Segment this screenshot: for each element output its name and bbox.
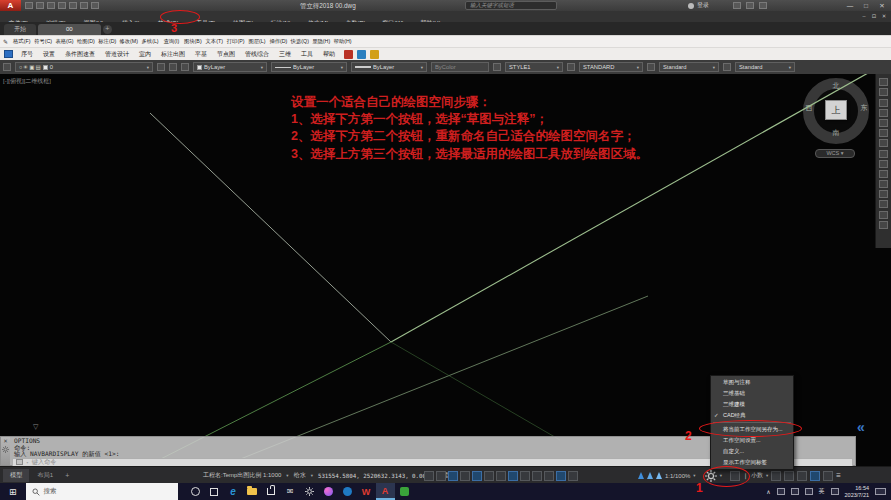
paint3d-icon[interactable] (319, 483, 338, 500)
autocad-taskbar-icon[interactable]: A (376, 483, 395, 500)
lineweight-dropdown[interactable]: ByLayer ▾ (351, 62, 427, 72)
taskbar-clock[interactable]: 16:54 2023/7/21 (845, 485, 869, 498)
new-drawing-button[interactable]: + (103, 25, 112, 34)
settings-gear-icon[interactable] (300, 483, 319, 500)
tab-start[interactable]: 开始 (4, 24, 36, 35)
pmenu-block[interactable]: 图块(B) (182, 38, 203, 45)
annotation-monitor-icon[interactable] (730, 471, 740, 481)
viewport-controls[interactable]: [-][俯视][二维线框] (3, 77, 51, 86)
maximize-button[interactable]: □ (858, 0, 874, 11)
model-tab[interactable]: 模型 (3, 469, 29, 482)
isolate-objects-icon[interactable] (797, 471, 807, 481)
menu-item-customize[interactable]: 自定义... (711, 446, 793, 457)
app-blue-icon[interactable] (338, 483, 357, 500)
otrack-icon[interactable] (520, 471, 530, 481)
menu-item-show-workspace-label[interactable]: 显示工作空间标签 (711, 457, 793, 468)
tool-serial[interactable]: 序号 (16, 50, 38, 59)
tool-3d[interactable]: 三维 (274, 50, 296, 59)
tool-settings[interactable]: 设置 (38, 50, 60, 59)
plot-icon[interactable] (69, 2, 77, 9)
tray-icon-1[interactable] (777, 488, 785, 495)
mail-icon[interactable]: ✉ (281, 483, 300, 500)
tool-icon-7[interactable] (879, 139, 888, 147)
menu-item-workspace-settings[interactable]: 工作空间设置... (711, 435, 793, 446)
pmenu-quickselect[interactable]: 快选(Q) (289, 38, 310, 45)
mleader-style-icon[interactable] (723, 63, 731, 71)
grid-icon[interactable] (436, 471, 446, 481)
workspace-gear-icon[interactable] (705, 470, 717, 482)
palette-icon[interactable] (357, 50, 366, 59)
ortho-icon[interactable] (472, 471, 482, 481)
tool-icon-6[interactable] (879, 129, 888, 137)
polar-icon[interactable] (484, 471, 494, 481)
scale-dropdown[interactable]: 1:1/100% (665, 473, 690, 479)
lock-ui-icon[interactable] (784, 471, 794, 481)
isodraft-icon[interactable] (496, 471, 506, 481)
tool-condition-map[interactable]: 条件图速查 (60, 50, 100, 59)
redo-icon[interactable] (91, 2, 99, 9)
command-close-icon[interactable]: ✕ (3, 438, 8, 444)
lamp-icon[interactable] (370, 50, 379, 59)
model-paper-icon[interactable] (424, 471, 434, 481)
annotation-visibility-icon[interactable] (638, 472, 644, 479)
pmenu-format[interactable]: 格式(F) (11, 38, 32, 45)
cloud-icon[interactable] (746, 2, 754, 9)
doc-minimize-button[interactable]: – (859, 11, 869, 22)
layout1-tab[interactable]: 布局1 (30, 469, 60, 482)
wps-icon[interactable]: W (357, 483, 376, 500)
linetype-dropdown[interactable]: ByLayer ▾ (271, 62, 347, 72)
tool-node-diagram[interactable]: 节点图 (212, 50, 240, 59)
help-icon[interactable] (759, 2, 767, 9)
doc-close-button[interactable]: ✕ (879, 11, 889, 22)
pmenu-help[interactable]: 帮助(H) (332, 38, 353, 45)
tool-icon-15[interactable] (879, 221, 888, 229)
doc-restore-button[interactable]: ⊡ (869, 11, 879, 22)
saveas-icon[interactable] (58, 2, 66, 9)
recent-commands-icon[interactable] (16, 459, 23, 465)
palette-collapse-icon[interactable]: « (857, 419, 863, 435)
exchange-icon[interactable] (733, 2, 741, 9)
task-view-icon[interactable] (205, 483, 224, 500)
viewcube-east[interactable]: 东 (858, 103, 870, 113)
tray-icon-2[interactable] (791, 488, 799, 495)
layer-dropdown[interactable]: ○ ☀ ▣ ▤ 0 ▾ (15, 62, 153, 72)
wcs-dropdown[interactable]: WCS ▾ (815, 149, 855, 158)
zoom-extents-icon[interactable] (879, 99, 888, 107)
command-customize-icon[interactable] (2, 446, 9, 453)
dim-style-dropdown[interactable]: STANDARD ▾ (579, 62, 643, 72)
viewcube-south[interactable]: 南 (830, 128, 842, 138)
undo-icon[interactable] (80, 2, 88, 9)
minimize-button[interactable]: — (842, 0, 858, 11)
fullnav-wheel-icon[interactable] (879, 78, 888, 86)
tool-annotate-output[interactable]: 标注出图 (156, 50, 190, 59)
discipline-dropdown[interactable]: 给水 (294, 471, 306, 480)
table-style-dropdown[interactable]: Standard ▾ (659, 62, 719, 72)
file-explorer-icon[interactable] (243, 483, 262, 500)
tab-drawing-00[interactable]: 00 (38, 24, 101, 35)
pmenu-mline[interactable]: 多线(L) (139, 38, 160, 45)
menu-item-cad-classic[interactable]: ✓ CAD经典 (711, 410, 793, 421)
clean-screen-icon[interactable] (823, 471, 833, 481)
tool-icon-8[interactable] (879, 150, 888, 158)
layer-prev-icon[interactable] (169, 63, 177, 71)
menu-item-drafting-annotation[interactable]: 草图与注释 (711, 377, 793, 388)
tray-icon-3[interactable] (805, 488, 813, 495)
keyboard-icon[interactable] (831, 488, 839, 495)
app-logo-icon[interactable]: A (0, 0, 21, 11)
viewcube-top-face[interactable]: 上 (825, 100, 847, 120)
pmenu-text[interactable]: 文本(T) (204, 38, 225, 45)
tool-icon-11[interactable] (879, 180, 888, 188)
osnap-icon[interactable] (508, 471, 518, 481)
edge-icon[interactable]: e (224, 483, 243, 500)
project-scale-dropdown[interactable]: 工程名:Temp出图比例 1:1000 (203, 471, 281, 480)
tool-icon-9[interactable] (879, 160, 888, 168)
workspace-chevron-icon[interactable]: ▾ (720, 473, 722, 478)
showmotion-icon[interactable] (879, 119, 888, 127)
tool-indoor[interactable]: 室内 (134, 50, 156, 59)
transparency-icon[interactable] (544, 471, 554, 481)
pmenu-modify[interactable]: 修改(M) (118, 38, 139, 45)
selectioncycling-icon[interactable] (556, 471, 566, 481)
units-dropdown[interactable]: 小数 (751, 471, 763, 480)
taskbar-search-input[interactable]: 搜索 (26, 483, 178, 500)
layer-isolate-icon[interactable] (181, 63, 189, 71)
